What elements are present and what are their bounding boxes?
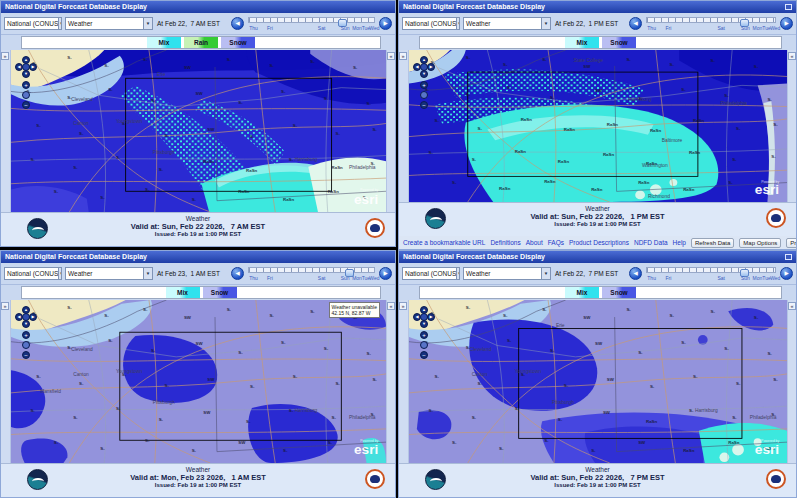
link-help[interactable]: Help [673,239,686,246]
zoom-control[interactable]: + − [413,331,435,361]
pan-down-icon[interactable]: ▼ [420,70,428,78]
weather-map[interactable]: S-S-S-S-SWS-S-S-S-S-S-S-S-SWS-S-S-S-S-S-… [409,300,787,463]
refresh-data-button[interactable]: Refresh Data [691,238,734,248]
zoom-control[interactable]: + − [15,81,37,111]
globe-icon[interactable] [420,91,428,99]
slider-track[interactable] [646,17,776,23]
svg-text:S-: S- [164,383,169,388]
link-definitions[interactable]: Definitions [490,239,520,246]
zoom-control[interactable]: + − [413,81,435,111]
slider-track[interactable] [646,267,776,273]
region-select[interactable]: National (CONUS ▼ [402,267,460,280]
link-faqs[interactable]: FAQs [548,239,564,246]
window-titlebar[interactable]: National Digital Forecast Database Displ… [399,1,796,13]
link-bookmarkable-url[interactable]: Create a bookmarkable URL [403,239,485,246]
globe-icon[interactable] [420,341,428,349]
zoom-out-icon[interactable]: − [22,351,30,359]
pan-control[interactable]: ▲ ◀ ▶ ▼ [413,306,435,328]
window-titlebar[interactable]: National Digital Forecast Database Displ… [399,251,796,263]
zoom-out-icon[interactable]: − [420,351,428,359]
chevron-down-icon[interactable]: ▼ [541,18,550,29]
chevron-down-icon[interactable]: ▼ [58,268,62,279]
zoom-in-icon[interactable]: + [22,331,30,339]
slider-track[interactable] [248,17,375,23]
collapse-panel-icon[interactable]: « [788,52,796,60]
pan-down-icon[interactable]: ▼ [420,320,428,328]
time-slider[interactable]: Thu Fri Sat Sun Mon Tue Wed [248,265,375,283]
zoom-in-icon[interactable]: + [420,331,428,339]
restore-window-icon[interactable] [785,254,792,260]
element-select[interactable]: Weather ▼ [65,17,153,30]
pan-down-icon[interactable]: ▼ [22,320,30,328]
collapse-panel-icon[interactable]: « [788,302,796,310]
weather-map[interactable]: S-S-S-S-SWS-S-S-S-S-S-S-S-SWS-S-S-S-S-S-… [409,50,787,202]
svg-text:S-: S- [164,133,169,138]
zoom-out-icon[interactable]: − [22,101,30,109]
pan-right-icon[interactable]: ▶ [29,313,37,321]
pan-down-icon[interactable]: ▼ [22,70,30,78]
collapse-panel-icon[interactable]: « [387,52,395,60]
weather-map-canvas[interactable]: S-S-S-S-SWS-S-S-S-S-S-S-S-SWS-S-S-S-S-S-… [11,50,386,212]
pan-control[interactable]: ▲ ◀ ▶ ▼ [413,56,435,78]
step-forward-button[interactable]: ▶ [780,267,793,280]
region-select-value: National (CONUS [405,270,456,277]
weather-map-canvas[interactable]: S-S-S-S-SWS-S-S-S-S-S-S-S-SWS-S-S-S-S-S-… [409,50,787,202]
map-navigation-widget: ▲ ◀ ▶ ▼ + − [15,306,37,361]
link-ndfd-data[interactable]: NDFD Data [634,239,668,246]
time-slider[interactable]: Thu Fri Sat Sun Mon Tue Wed [646,15,776,33]
time-slider[interactable]: Thu Fri Sat Sun Mon Tue Wed [248,15,375,33]
zoom-in-icon[interactable]: + [420,81,428,89]
expand-panel-icon[interactable]: » [399,302,407,310]
step-forward-button[interactable]: ▶ [379,17,392,30]
region-select[interactable]: National (CONUS ▼ [4,267,62,280]
window-titlebar[interactable]: National Digital Forecast Database Displ… [1,251,395,263]
svg-text:RaSn: RaSn [603,152,615,157]
step-back-button[interactable]: ◀ [231,17,244,30]
chevron-down-icon[interactable]: ▼ [143,268,152,279]
time-slider[interactable]: Thu Fri Sat Sun Mon Tue Wed [646,265,776,283]
slider-day-label: Thu [249,275,258,281]
globe-icon[interactable] [22,91,30,99]
pan-control[interactable]: ▲ ◀ ▶ ▼ [15,56,37,78]
svg-text:Pittsburgh: Pittsburgh [153,400,175,405]
print-map-button[interactable]: Print Map [786,238,796,248]
step-back-button[interactable]: ◀ [629,267,642,280]
svg-text:S-: S- [227,57,232,62]
pan-control[interactable]: ▲ ◀ ▶ ▼ [15,306,37,328]
step-back-button[interactable]: ◀ [231,267,244,280]
expand-panel-icon[interactable]: » [1,52,9,60]
element-select[interactable]: Weather ▼ [463,17,551,30]
chevron-down-icon[interactable]: ▼ [456,268,460,279]
pan-right-icon[interactable]: ▶ [29,63,37,71]
globe-icon[interactable] [22,341,30,349]
region-select[interactable]: National (CONUS ▼ [402,17,460,30]
expand-panel-icon[interactable]: » [1,302,9,310]
link-product-descriptions[interactable]: Product Descriptions [569,239,629,246]
map-options-button[interactable]: Map Options [739,238,781,248]
weather-map[interactable]: S-S-S-S-SWS-S-S-S-S-S-S-S-SWS-S-S-S-S-S-… [11,300,386,463]
zoom-out-icon[interactable]: − [420,101,428,109]
chevron-down-icon[interactable]: ▼ [541,268,550,279]
pan-right-icon[interactable]: ▶ [427,63,435,71]
chevron-down-icon[interactable]: ▼ [143,18,152,29]
restore-window-icon[interactable] [785,4,792,10]
weather-map-canvas[interactable]: S-S-S-S-SWS-S-S-S-S-S-S-S-SWS-S-S-S-S-S-… [11,300,386,463]
element-select[interactable]: Weather ▼ [463,267,551,280]
chevron-down-icon[interactable]: ▼ [456,18,460,29]
collapse-panel-icon[interactable]: « [387,302,395,310]
step-back-button[interactable]: ◀ [629,17,642,30]
weather-map-canvas[interactable]: S-S-S-S-SWS-S-S-S-S-S-S-S-SWS-S-S-S-S-S-… [409,300,787,463]
region-select[interactable]: National (CONUS ▼ [4,17,62,30]
weather-map[interactable]: S-S-S-S-SWS-S-S-S-S-S-S-S-SWS-S-S-S-S-S-… [11,50,386,212]
chevron-down-icon[interactable]: ▼ [58,18,62,29]
zoom-in-icon[interactable]: + [22,81,30,89]
step-forward-button[interactable]: ▶ [780,17,793,30]
window-titlebar[interactable]: National Digital Forecast Database Displ… [1,1,395,13]
element-select[interactable]: Weather ▼ [65,267,153,280]
slider-track[interactable] [248,267,375,273]
pan-right-icon[interactable]: ▶ [427,313,435,321]
link-about[interactable]: About [526,239,543,246]
zoom-control[interactable]: + − [15,331,37,361]
step-forward-button[interactable]: ▶ [379,267,392,280]
expand-panel-icon[interactable]: » [399,52,407,60]
